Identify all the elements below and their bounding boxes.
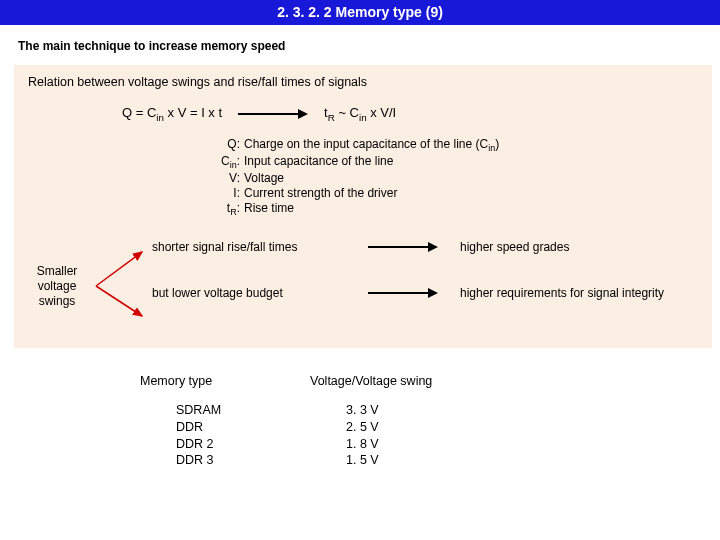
def-text: Charge on the input capacitance of the l…	[244, 137, 704, 153]
table-cell-type: DDR 3	[176, 452, 256, 469]
def-symbol: V:	[202, 171, 240, 185]
table-cell-volt: 2. 5 V	[346, 419, 446, 436]
table-row: DDR 31. 5 V	[140, 452, 720, 469]
def-symbol: tR:	[202, 201, 240, 217]
branch-row-2: but lower voltage budget higher requirem…	[152, 286, 704, 300]
table-cell-type: DDR	[176, 419, 256, 436]
page-title-bar: 2. 3. 2. 2 Memory type (9)	[0, 0, 720, 25]
formula-right: tR ~ Cin x V/I	[324, 105, 396, 123]
table-row: SDRAM3. 3 V	[140, 402, 720, 419]
formula-left: Q = Cin x V = I x t	[122, 105, 222, 123]
definitions-list: Q:Charge on the input capacitance of the…	[202, 137, 704, 218]
table-cell-volt: 3. 3 V	[346, 402, 446, 419]
branch2-left: but lower voltage budget	[152, 286, 352, 300]
branch-area: Smaller voltage swings shorter signal ri…	[22, 240, 704, 330]
def-text: Rise time	[244, 201, 704, 217]
arrow-right-icon	[238, 109, 308, 119]
def-symbol: I:	[202, 186, 240, 200]
table-row: DDR 21. 8 V	[140, 436, 720, 453]
table-header-type: Memory type	[140, 374, 310, 388]
arrow-right-icon	[368, 242, 438, 252]
table-row: DDR2. 5 V	[140, 419, 720, 436]
table-cell-type: SDRAM	[176, 402, 256, 419]
def-symbol: Cin:	[202, 154, 240, 170]
table-cell-volt: 1. 8 V	[346, 436, 446, 453]
def-text: Input capacitance of the line	[244, 154, 704, 170]
smaller-label: Smaller voltage swings	[22, 240, 92, 330]
def-text: Current strength of the driver	[244, 186, 704, 200]
formula-row: Q = Cin x V = I x t tR ~ Cin x V/I	[122, 105, 704, 123]
branch2-right: higher requirements for signal integrity	[460, 286, 664, 300]
table-header-volt: Voltage/Voltage swing	[310, 374, 510, 388]
page-title: 2. 3. 2. 2 Memory type (9)	[277, 4, 443, 20]
highlight-block: Relation between voltage swings and rise…	[14, 65, 712, 348]
subtitle: The main technique to increase memory sp…	[18, 39, 720, 53]
branch1-left: shorter signal rise/fall times	[152, 240, 352, 254]
svg-line-0	[96, 252, 142, 286]
table-header-row: Memory type Voltage/Voltage swing	[140, 374, 720, 388]
arrow-right-icon	[368, 288, 438, 298]
voltage-table: Memory type Voltage/Voltage swing SDRAM3…	[140, 374, 720, 470]
relation-text: Relation between voltage swings and rise…	[28, 75, 704, 89]
branch1-right: higher speed grades	[460, 240, 569, 254]
table-cell-volt: 1. 5 V	[346, 452, 446, 469]
def-symbol: Q:	[202, 137, 240, 153]
branch-row-1: shorter signal rise/fall times higher sp…	[152, 240, 704, 254]
branch-right: shorter signal rise/fall times higher sp…	[152, 240, 704, 330]
table-cell-type: DDR 2	[176, 436, 256, 453]
branch-arrows-icon	[92, 240, 152, 330]
def-text: Voltage	[244, 171, 704, 185]
svg-line-1	[96, 286, 142, 316]
